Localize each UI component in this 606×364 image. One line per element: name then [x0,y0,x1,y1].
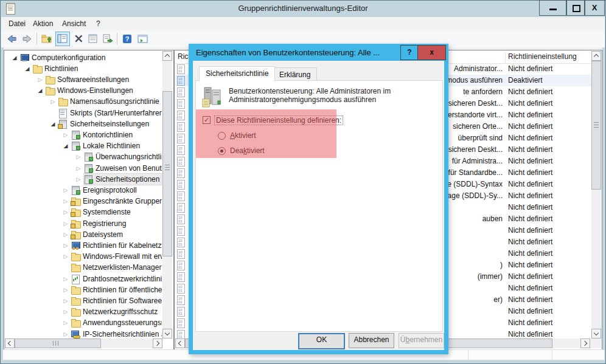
tree-item-content[interactable]: Lokale Richtlinien [71,140,142,151]
tree-item[interactable]: ▷Richtlinien für öffentliche [5,284,162,295]
help-button[interactable]: ? [120,32,134,46]
tree-item-content[interactable]: Netzwerkzugriffsschutz [71,306,159,317]
up-one-level-button[interactable] [40,32,54,46]
expander-collapsed-icon[interactable]: ▷ [61,273,70,284]
tree-item[interactable]: ▷Kontorichtlinien [5,129,162,140]
dialog-help-button[interactable]: ? [400,45,419,60]
scroll-up-icon[interactable] [591,51,601,61]
tab-erklaerung[interactable]: Erklärung [273,67,317,81]
back-arrow-button[interactable] [5,32,18,46]
tree-item-content[interactable]: IP-Sicherheitsrichtlinien a [71,329,162,339]
tree-item-content[interactable]: Systemdienste [71,207,133,218]
tree-item-content[interactable]: Überwachungsrichtlin [84,151,162,162]
radio-aktiviert[interactable] [218,132,226,140]
tree-item-content[interactable]: Sicherheitsoptionen [84,174,161,185]
expander-expanded-icon[interactable]: ◢ [49,118,57,129]
ok-button[interactable]: OK [298,333,345,349]
define-setting-label[interactable]: Diese Richtlinieneinstellung definieren: [214,115,343,125]
tree-item-content[interactable]: Windows-Einstellungen [46,85,135,96]
tree-item[interactable]: ◢Richtlinien [5,63,162,74]
tree-item[interactable]: Netzwerklisten-Manager- [5,262,162,273]
apply-button[interactable]: Übernehmen [399,333,444,348]
tree-item[interactable]: ▷Richtlinien für Softwareei [5,295,162,306]
tree-item[interactable]: ▷Sicherheitsoptionen [5,174,162,185]
expander-expanded-icon[interactable]: ◢ [36,85,44,96]
column-divider[interactable] [505,52,506,63]
expander-expanded-icon[interactable]: ◢ [23,63,32,74]
tree-item[interactable]: ▷Drahtlosnetzwerkrichtlinie [5,273,162,284]
tree-item-content[interactable]: Anwendungssteuerungsri [71,317,162,328]
scroll-right-icon[interactable] [153,338,162,348]
expander-collapsed-icon[interactable]: ▷ [61,185,70,196]
expander-collapsed-icon[interactable]: ▷ [74,163,83,174]
expander-collapsed-icon[interactable]: ▷ [49,96,57,107]
tree-item-content[interactable]: Softwareeinstellungen [46,74,131,85]
properties-button[interactable] [86,32,100,46]
radio-aktiviert-label[interactable]: Aktiviert [230,131,256,140]
tree-item[interactable]: Skripts (Start/Herunterfahren) [5,108,162,118]
tree-item-content[interactable]: Skripts (Start/Herunterfahren) [58,108,162,118]
show-console-tree-button[interactable] [55,32,70,46]
tree-item-content[interactable]: Windows-Firewall mit erw [71,251,162,262]
scrollbar-thumb[interactable] [15,338,101,348]
tab-sicherheitsrichtlinie[interactable]: Sicherheitsrichtlinie [199,66,275,81]
scrollbar-thumb[interactable] [162,91,172,256]
tree-item[interactable]: ▷Ereignisprotokoll [5,185,162,196]
expander-collapsed-icon[interactable]: ▷ [61,251,70,262]
tree-item[interactable]: ▷Eingeschränkte Gruppen [5,196,162,207]
menu-ansicht[interactable]: Ansicht [60,17,88,30]
expander-collapsed-icon[interactable]: ▷ [61,329,70,339]
tree-item[interactable]: ▷Windows-Firewall mit erw [5,251,162,262]
export-list-button[interactable] [101,32,114,46]
minimize-button[interactable] [539,0,567,16]
tree-item-content[interactable]: Richtlinien für Kabelnetzw [71,240,162,251]
tree-horizontal-scrollbar[interactable] [5,338,162,348]
expander-collapsed-icon[interactable]: ▷ [61,317,70,328]
maximize-button[interactable] [566,0,585,16]
tree-item-content[interactable]: Ereignisprotokoll [71,185,139,196]
expander-collapsed-icon[interactable]: ▷ [61,295,70,306]
expander-collapsed-icon[interactable]: ▷ [61,196,70,207]
tree-item[interactable]: ▷Registrierung [5,218,162,229]
expander-expanded-icon[interactable]: ◢ [61,140,70,151]
tree-item-content[interactable]: Kontorichtlinien [71,129,134,140]
menu-datei[interactable]: Datei [6,17,28,30]
tree-item[interactable]: ◢Sicherheitseinstellungen [5,118,162,129]
scroll-left-icon[interactable] [5,338,15,348]
tree-item[interactable]: ▷Zuweisen von Benutze [5,163,162,174]
menu-aktion[interactable]: Aktion [30,17,55,30]
tree-item[interactable]: ▷Anwendungssteuerungsri [5,317,162,328]
tree-item[interactable]: ▷Systemdienste [5,207,162,218]
tree-item-content[interactable]: Sicherheitseinstellungen [58,118,151,129]
expander-collapsed-icon[interactable]: ▷ [61,306,70,317]
list-vertical-scrollbar[interactable] [591,51,601,338]
tree-item[interactable]: ▷IP-Sicherheitsrichtlinien a [5,329,162,339]
tree-item[interactable]: ▷Überwachungsrichtlin [5,151,162,162]
tree-item-content[interactable]: Richtlinien für Softwareei [71,295,162,306]
tree-item[interactable]: ▷Richtlinien für Kabelnetzw [5,240,162,251]
tree-item-content[interactable]: Drahtlosnetzwerkrichtlinie [71,273,162,284]
column-header-richtlinieneinstellung[interactable]: Richtlinieneinstellung [508,52,577,61]
expander-expanded-icon[interactable]: ◢ [10,52,19,63]
tree-item[interactable]: ◢Computerkonfiguration [5,52,162,63]
delete-button[interactable] [72,32,85,46]
expander-collapsed-icon[interactable]: ▷ [61,229,70,240]
forward-arrow-button[interactable] [21,32,34,46]
expander-collapsed-icon[interactable]: ▷ [74,174,83,185]
expander-collapsed-icon[interactable]: ▷ [36,74,44,85]
tree-item-content[interactable]: Registrierung [71,218,128,229]
tree-vertical-scrollbar[interactable] [162,51,172,338]
tree-item-content[interactable]: Namensauflösungsrichtlinie [58,96,161,107]
tree-item-content[interactable]: Eingeschränkte Gruppen [71,196,162,207]
scroll-right-icon[interactable] [580,338,590,348]
expander-collapsed-icon[interactable]: ▷ [61,284,70,295]
close-button[interactable]: X [584,0,605,16]
radio-deaktiviert[interactable] [218,147,226,155]
cancel-button[interactable]: Abbrechen [349,333,394,348]
tree-item[interactable]: ▷Netzwerkzugriffsschutz [5,306,162,317]
scroll-down-icon[interactable] [591,329,601,338]
tree-item-content[interactable]: Zuweisen von Benutze [84,163,162,174]
tree-item[interactable]: ▷Softwareeinstellungen [5,74,162,85]
expander-collapsed-icon[interactable]: ▷ [61,240,70,251]
tree-item-content[interactable]: Computerkonfiguration [20,52,107,63]
